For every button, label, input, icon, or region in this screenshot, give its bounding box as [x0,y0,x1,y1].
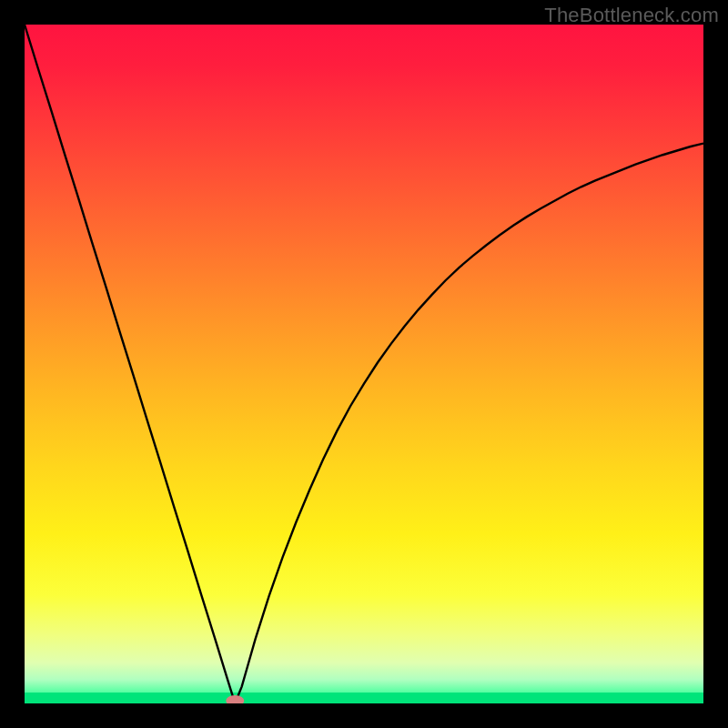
gradient-background [25,25,703,703]
green-baseline [25,693,703,703]
bottleneck-chart [25,25,703,703]
chart-container: TheBottleneck.com [0,0,728,728]
watermark-text: TheBottleneck.com [544,4,719,27]
